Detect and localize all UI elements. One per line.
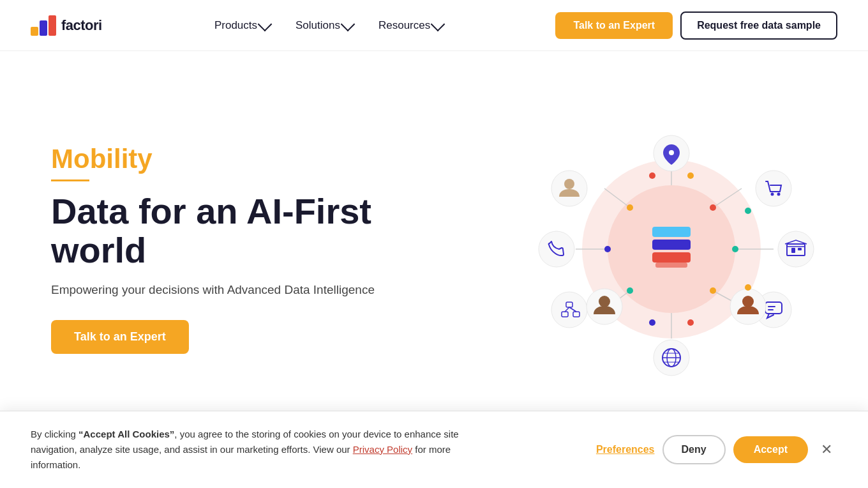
svg-point-45 xyxy=(564,179,574,189)
logo-text: factori xyxy=(61,17,102,34)
svg-rect-1 xyxy=(40,20,47,36)
cookie-banner: By clicking “Accept All Cookies”, you ag… xyxy=(0,411,868,434)
svg-point-52 xyxy=(627,287,633,294)
svg-point-50 xyxy=(627,204,633,211)
svg-rect-24 xyxy=(791,248,795,253)
svg-point-49 xyxy=(742,296,754,307)
svg-rect-0 xyxy=(31,27,38,36)
chevron-down-icon xyxy=(258,17,273,31)
nav-links: Products Solutions Resources xyxy=(204,14,453,37)
svg-point-53 xyxy=(710,287,716,294)
talk-to-expert-button[interactable]: Talk to an Expert xyxy=(555,12,673,39)
chevron-down-icon xyxy=(341,17,355,31)
svg-point-43 xyxy=(539,231,574,267)
request-data-sample-button[interactable]: Request free data sample xyxy=(680,11,837,40)
navbar: factori Products Solutions Resources Tal… xyxy=(0,0,868,51)
svg-point-57 xyxy=(687,172,694,179)
chevron-down-icon xyxy=(431,17,445,31)
svg-rect-7 xyxy=(652,252,691,263)
logo[interactable]: factori xyxy=(31,15,102,36)
nav-solutions[interactable]: Solutions xyxy=(285,14,363,37)
svg-point-56 xyxy=(649,172,655,179)
svg-point-51 xyxy=(710,204,716,211)
hero-talk-to-expert-button[interactable]: Talk to an Expert xyxy=(51,320,189,354)
svg-point-22 xyxy=(778,231,814,267)
nav-products[interactable]: Products xyxy=(204,14,280,37)
svg-point-37 xyxy=(551,292,587,328)
svg-rect-6 xyxy=(652,240,691,250)
svg-point-55 xyxy=(732,246,738,252)
svg-point-61 xyxy=(745,284,751,291)
hero-section: Mobility Data for an AI-First world Empo… xyxy=(0,51,868,434)
svg-point-19 xyxy=(756,171,791,206)
nav-actions: Talk to an Expert Request free data samp… xyxy=(555,11,837,40)
hero-content: Mobility Data for an AI-First world Empo… xyxy=(51,144,375,353)
svg-point-54 xyxy=(604,246,611,252)
svg-rect-5 xyxy=(652,227,691,237)
network-diagram xyxy=(505,89,837,409)
svg-point-21 xyxy=(777,193,781,196)
logo-icon xyxy=(31,15,56,36)
hero-graphic xyxy=(505,89,837,409)
svg-point-20 xyxy=(771,193,774,196)
svg-rect-25 xyxy=(798,248,802,250)
nav-resources[interactable]: Resources xyxy=(368,14,453,37)
cookie-text: By clicking “Accept All Cookies”, you ag… xyxy=(31,427,465,434)
svg-rect-2 xyxy=(49,15,56,36)
svg-point-60 xyxy=(745,208,751,214)
hero-title: Data for an AI-First world xyxy=(51,192,375,270)
hero-subtitle: Empowering your decisions with Advanced … xyxy=(51,283,375,297)
hero-tag-underline xyxy=(51,179,89,181)
svg-point-47 xyxy=(599,296,610,307)
hero-tag: Mobility xyxy=(51,144,375,174)
svg-point-18 xyxy=(669,150,674,155)
svg-point-59 xyxy=(687,319,694,326)
svg-rect-8 xyxy=(655,263,687,268)
svg-point-58 xyxy=(649,319,655,326)
